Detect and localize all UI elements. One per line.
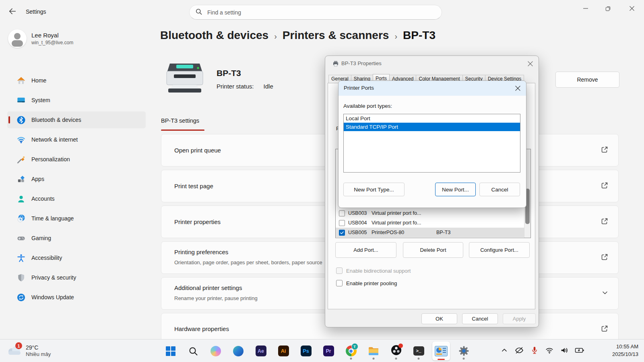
ok-button[interactable]: OK (421, 313, 457, 324)
sidebar-item-bluetooth-devices[interactable]: Bluetooth & devices (7, 111, 146, 128)
sidebar-item-gaming[interactable]: Gaming (7, 230, 146, 247)
row-title: Printer properties (174, 218, 221, 225)
port-checkbox-checked[interactable] (339, 230, 345, 236)
sidebar-item-home[interactable]: Home (7, 72, 146, 89)
tab-bp-t3-settings[interactable]: BP-T3 settings (161, 117, 199, 124)
new-port-button[interactable]: New Port... (435, 183, 476, 196)
sidebar-item-privacy-security[interactable]: Privacy & security (7, 269, 146, 286)
eye-off-icon[interactable] (514, 346, 524, 357)
sidebar-item-accessibility[interactable]: Accessibility (7, 249, 146, 266)
obs-button[interactable] (387, 341, 405, 360)
checkbox-label: Enable bidirectional support (346, 268, 411, 274)
printer-ports-titlebar: Printer Ports (339, 81, 526, 96)
illustrator-button[interactable]: Ai (275, 341, 292, 360)
battery-icon[interactable] (575, 346, 584, 356)
sidebar-item-label: System (31, 97, 50, 103)
port-types-list[interactable]: Local Port Standard TCP/IP Port (343, 114, 520, 173)
weather-widget[interactable]: 1 29°C Nhiều mây (3, 341, 54, 360)
sidebar-item-label: Home (31, 77, 46, 84)
cancel-button[interactable]: Cancel (479, 183, 520, 196)
row-subtitle: Orientation, page order, pages per sheet… (174, 259, 322, 265)
sidebar-item-personalization[interactable]: Personalization (7, 151, 146, 168)
minimize-button[interactable] (576, 0, 595, 17)
row-title: Printing preferences (174, 249, 228, 255)
available-port-types-label: Available port types: (343, 103, 392, 109)
configure-port-button[interactable]: Configure Port... (469, 242, 530, 258)
row-subtitle: Rename your printer, pause printing (174, 295, 258, 301)
volume-icon[interactable] (560, 346, 569, 356)
terminal-icon: >_ (413, 346, 424, 356)
copilot-icon (211, 346, 221, 356)
port-row-usb003[interactable]: USB003 Virtual printer port fo... (336, 208, 525, 218)
printer-image (163, 61, 207, 97)
add-port-button[interactable]: Add Port... (335, 242, 396, 258)
after-effects-icon: Ae (256, 346, 266, 356)
home-icon (16, 76, 26, 85)
hidden-icons-chevron[interactable] (500, 346, 508, 356)
row-title: Hardware properties (174, 325, 229, 332)
sidebar-item-accounts[interactable]: Accounts (7, 190, 146, 207)
start-button[interactable] (162, 341, 180, 360)
microphone-icon[interactable] (530, 346, 539, 356)
port-checkbox[interactable] (339, 210, 345, 216)
sidebar-item-windows-update[interactable]: Windows Update (7, 289, 146, 306)
chrome-button[interactable]: T (342, 341, 360, 360)
personalization-icon (16, 154, 26, 164)
restore-button[interactable] (599, 0, 617, 17)
user-account[interactable]: Lee Royal win_t_95@live.com (8, 29, 73, 48)
window-title: Settings (26, 8, 46, 15)
sidebar-item-system[interactable]: System (7, 92, 146, 109)
enable-printer-pooling-checkbox[interactable]: Enable printer pooling (336, 280, 397, 286)
search-input[interactable] (206, 9, 436, 16)
premiere-icon: Pr (323, 346, 334, 356)
remove-button[interactable]: Remove (555, 72, 619, 88)
sidebar-item-network-internet[interactable]: Network & internet (7, 131, 146, 148)
port-type-local[interactable]: Local Port (344, 114, 520, 123)
file-explorer-button[interactable] (365, 341, 382, 360)
search-box[interactable] (189, 5, 442, 20)
system-tray (500, 339, 584, 362)
port-checkbox[interactable] (339, 220, 345, 226)
accessibility-icon (16, 253, 26, 263)
sidebar-item-label: Bluetooth & devices (31, 117, 81, 123)
checkbox-icon[interactable] (336, 280, 343, 286)
terminal-button[interactable]: >_ (410, 341, 427, 360)
dialog-close-button[interactable] (526, 59, 535, 68)
breadcrumb: Bluetooth & devices › Printers & scanner… (160, 29, 436, 42)
port-type-standard-tcpip[interactable]: Standard TCP/IP Port (344, 123, 520, 131)
copilot-button[interactable] (207, 341, 225, 360)
open-external-icon (601, 253, 609, 263)
gear-icon (458, 346, 469, 356)
port-row-usb004[interactable]: USB004 Virtual printer port fo... (336, 218, 525, 228)
premiere-button[interactable]: Pr (320, 341, 337, 360)
sidebar-item-time-language[interactable]: Time & language (7, 210, 146, 227)
clock[interactable]: 10:55 AM 2025/10/13 (612, 343, 638, 358)
breadcrumb-printers-scanners[interactable]: Printers & scanners (283, 29, 389, 42)
avatar (8, 29, 27, 48)
edge-button[interactable] (229, 341, 247, 360)
wifi-icon[interactable] (545, 346, 554, 356)
after-effects-button[interactable]: Ae (252, 341, 270, 360)
new-port-type-button[interactable]: New Port Type... (343, 183, 405, 196)
cancel-button[interactable]: Cancel (462, 313, 498, 324)
printer-properties-window-button[interactable] (432, 341, 450, 360)
dialog-close-button[interactable] (513, 84, 522, 93)
taskbar-search-button[interactable] (184, 341, 202, 360)
photoshop-button[interactable]: Ps (297, 341, 315, 360)
row-title: Additional printer settings (174, 284, 242, 291)
breadcrumb-bluetooth-devices[interactable]: Bluetooth & devices (160, 29, 268, 42)
sidebar-item-apps[interactable]: Apps (7, 171, 146, 187)
printer-small-icon (332, 60, 339, 69)
recording-badge (398, 343, 403, 348)
search-icon (195, 8, 202, 17)
tab-active-underline (161, 130, 204, 131)
sidebar-item-label: Time & language (31, 215, 74, 222)
open-external-icon (601, 181, 609, 191)
close-button[interactable] (623, 0, 641, 17)
port-name: USB004 (348, 220, 369, 226)
delete-port-button[interactable]: Delete Port (403, 242, 463, 258)
time-language-icon (16, 214, 26, 223)
port-row-usb005[interactable]: USB005 PrinterPOS-80 BP-T3 (336, 228, 525, 237)
settings-gear-button[interactable] (455, 341, 473, 360)
back-button[interactable] (6, 6, 19, 18)
